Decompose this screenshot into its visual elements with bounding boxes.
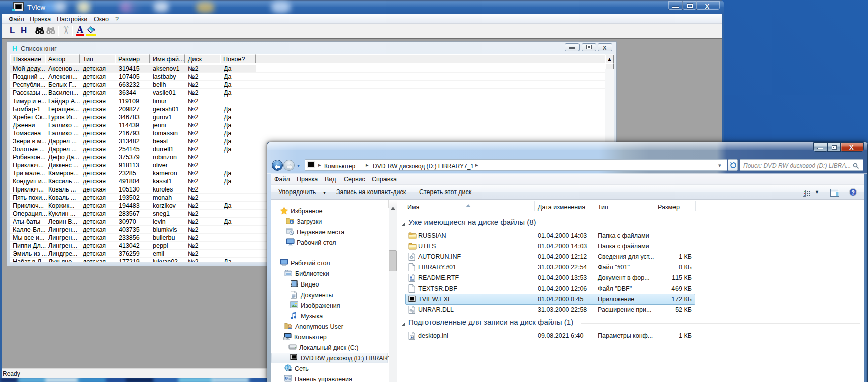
- svg-text:?: ?: [851, 189, 855, 196]
